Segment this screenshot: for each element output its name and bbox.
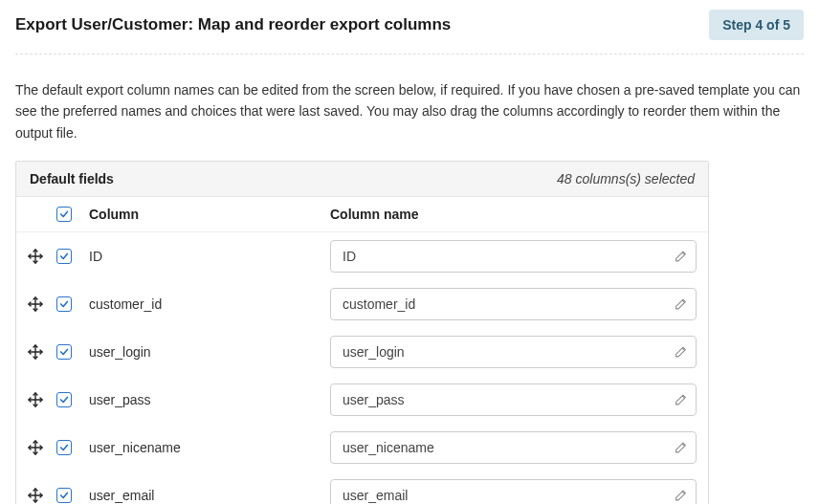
table-section-header: Default fields 48 columns(s) selected <box>16 162 708 197</box>
table-row: user_email <box>16 471 708 504</box>
table-row: user_nicename <box>16 424 708 471</box>
row-checkbox[interactable] <box>56 249 72 264</box>
column-source-label: customer_id <box>89 296 162 312</box>
drag-handle-icon[interactable] <box>28 392 56 407</box>
column-source-label: user_pass <box>89 392 151 407</box>
drag-handle-icon[interactable] <box>28 440 56 455</box>
drag-handle-icon[interactable] <box>28 296 56 312</box>
section-title: Default fields <box>30 171 114 186</box>
header-column-name-label: Column name <box>330 207 697 222</box>
column-name-input[interactable] <box>330 288 697 320</box>
header-column-label: Column <box>83 207 330 222</box>
pencil-icon[interactable] <box>675 394 687 406</box>
row-checkbox[interactable] <box>56 296 72 312</box>
column-source-label: user_email <box>89 488 154 503</box>
row-checkbox[interactable] <box>56 488 72 503</box>
column-source-label: user_login <box>89 344 151 360</box>
table-header-row: Column Column name <box>16 197 708 232</box>
row-checkbox[interactable] <box>56 392 72 407</box>
column-source-label: user_nicename <box>89 440 181 455</box>
column-name-input[interactable] <box>330 431 697 464</box>
columns-table: Default fields 48 columns(s) selected Co… <box>15 161 709 504</box>
column-name-input[interactable] <box>330 383 697 416</box>
page-description: The default export column names can be e… <box>15 55 804 161</box>
drag-handle-icon[interactable] <box>28 488 56 503</box>
pencil-icon[interactable] <box>675 251 687 263</box>
selected-count: 48 columns(s) selected <box>557 171 695 186</box>
column-source-label: ID <box>89 249 102 264</box>
pencil-icon[interactable] <box>675 346 687 359</box>
step-indicator: Step 4 of 5 <box>709 10 804 40</box>
table-row: ID <box>16 232 708 280</box>
drag-handle-icon[interactable] <box>28 249 56 264</box>
column-name-input[interactable] <box>330 240 697 273</box>
table-row: customer_id <box>16 280 708 328</box>
row-checkbox[interactable] <box>56 344 72 360</box>
table-row: user_login <box>16 328 708 376</box>
table-row: user_pass <box>16 376 708 424</box>
page-title: Export User/Customer: Map and reorder ex… <box>15 15 451 34</box>
row-checkbox[interactable] <box>56 440 72 455</box>
column-name-input[interactable] <box>330 479 697 504</box>
column-name-input[interactable] <box>330 336 697 368</box>
pencil-icon[interactable] <box>675 490 687 502</box>
pencil-icon[interactable] <box>675 298 687 311</box>
pencil-icon[interactable] <box>675 442 687 454</box>
drag-handle-icon[interactable] <box>28 344 56 360</box>
select-all-checkbox[interactable] <box>56 207 72 222</box>
